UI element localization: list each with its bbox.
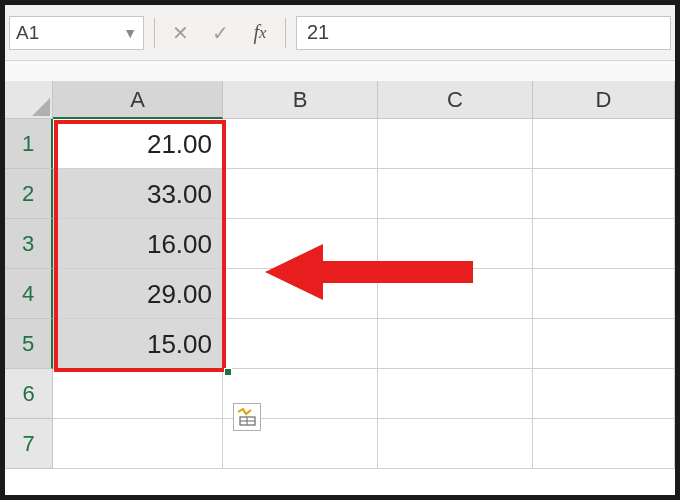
- row-7: 7: [5, 419, 675, 469]
- ribbon-gap: [5, 61, 675, 81]
- cell-A4[interactable]: 29.00: [53, 269, 223, 319]
- cell-D4[interactable]: [533, 269, 675, 319]
- row-header-1[interactable]: 1: [5, 119, 53, 169]
- cell-B5[interactable]: [223, 319, 378, 369]
- cell-A5[interactable]: 15.00: [53, 319, 223, 369]
- row-header-3[interactable]: 3: [5, 219, 53, 269]
- cell-D6[interactable]: [533, 369, 675, 419]
- cell-B2[interactable]: [223, 169, 378, 219]
- cell-C5[interactable]: [378, 319, 533, 369]
- chevron-down-icon[interactable]: ▼: [123, 25, 137, 41]
- cell-B4[interactable]: [223, 269, 378, 319]
- select-all-corner[interactable]: [5, 81, 53, 119]
- column-headers: A B C D: [5, 81, 675, 119]
- row-header-4[interactable]: 4: [5, 269, 53, 319]
- cell-B3[interactable]: [223, 219, 378, 269]
- row-header-5[interactable]: 5: [5, 319, 53, 369]
- fill-handle[interactable]: [224, 368, 232, 376]
- cell-C7[interactable]: [378, 419, 533, 469]
- cell-A3[interactable]: 16.00: [53, 219, 223, 269]
- cell-C2[interactable]: [378, 169, 533, 219]
- row-header-6[interactable]: 6: [5, 369, 53, 419]
- column-header-C[interactable]: C: [378, 81, 533, 119]
- cancel-icon[interactable]: ✕: [165, 18, 195, 48]
- column-header-A[interactable]: A: [53, 81, 223, 119]
- name-box-value: A1: [16, 22, 39, 44]
- fx-icon[interactable]: fx: [245, 18, 275, 48]
- cell-A2[interactable]: 33.00: [53, 169, 223, 219]
- row-header-2[interactable]: 2: [5, 169, 53, 219]
- cell-D5[interactable]: [533, 319, 675, 369]
- cell-C4[interactable]: [378, 269, 533, 319]
- cell-A1[interactable]: 21.00: [53, 119, 223, 169]
- row-6: 6: [5, 369, 675, 419]
- row-5: 5 15.00: [5, 319, 675, 369]
- cell-C1[interactable]: [378, 119, 533, 169]
- row-header-7[interactable]: 7: [5, 419, 53, 469]
- cell-D3[interactable]: [533, 219, 675, 269]
- cell-A6[interactable]: [53, 369, 223, 419]
- enter-icon[interactable]: ✓: [205, 18, 235, 48]
- formula-bar: A1 ▼ ✕ ✓ fx 21: [5, 5, 675, 61]
- cell-B1[interactable]: [223, 119, 378, 169]
- row-3: 3 16.00: [5, 219, 675, 269]
- row-2: 2 33.00: [5, 169, 675, 219]
- svg-marker-0: [32, 98, 50, 116]
- formula-input[interactable]: 21: [296, 16, 671, 50]
- row-1: 1 21.00: [5, 119, 675, 169]
- cell-C3[interactable]: [378, 219, 533, 269]
- cell-D2[interactable]: [533, 169, 675, 219]
- cell-C6[interactable]: [378, 369, 533, 419]
- spreadsheet-grid: A B C D 1 21.00 2 33.00 3 16.00 4 29.00 …: [5, 81, 675, 469]
- row-4: 4 29.00: [5, 269, 675, 319]
- separator: [285, 18, 286, 48]
- cell-D7[interactable]: [533, 419, 675, 469]
- separator: [154, 18, 155, 48]
- column-header-B[interactable]: B: [223, 81, 378, 119]
- cell-D1[interactable]: [533, 119, 675, 169]
- formula-value: 21: [307, 21, 329, 44]
- column-header-D[interactable]: D: [533, 81, 675, 119]
- name-box[interactable]: A1 ▼: [9, 16, 144, 50]
- cell-A7[interactable]: [53, 419, 223, 469]
- quick-analysis-icon[interactable]: [233, 403, 261, 431]
